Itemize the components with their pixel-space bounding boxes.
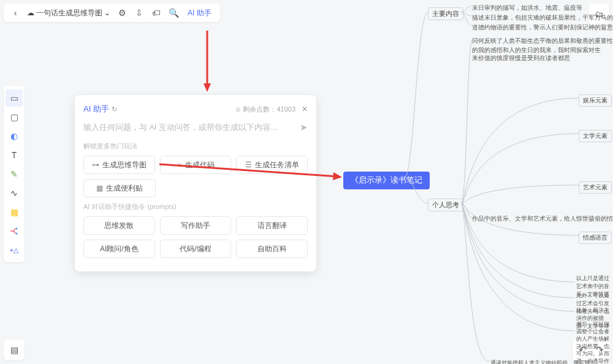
back-button[interactable]: ‹ xyxy=(7,5,23,21)
doc-title[interactable]: ☁ 一句话生成思维导图 ⌄ xyxy=(25,8,113,18)
chip-sticky[interactable]: ▦生成便利贴 xyxy=(83,179,156,197)
leaf-text[interactable]: 问何反映了人类不能生态平衡的后果和敬畏的重要性 xyxy=(472,37,613,45)
topbar: ‹ ☁ 一句话生成思维导图 ⌄ ⚙ ⇩ 🏷 🔍 AI 助手 xyxy=(4,4,220,22)
list-icon: ☰ xyxy=(245,161,252,169)
tool-connector[interactable]: ∿ xyxy=(6,184,23,202)
ai-prompt-input[interactable] xyxy=(83,123,295,132)
cloud-icon: ☁ xyxy=(27,9,34,17)
ai-assistant-panel: AI 助手 ↻ ⊙ 剩余点数：41003 ✕ ➤ 解锁更多热门玩法 ⊶生成思维导… xyxy=(75,95,316,271)
refresh-icon[interactable]: ↻ xyxy=(112,105,117,113)
code-icon: ‹› xyxy=(177,161,182,169)
toolbar-sidebar: ▭ ▢ ◐ T ✎ ∿ ▦ +△ xyxy=(4,86,25,262)
mindmap-icon: ⊶ xyxy=(92,161,99,169)
sub-emotion[interactable]: 情感语言 xyxy=(579,232,612,244)
svg-point-0 xyxy=(16,228,18,230)
doc-title-text: 一句话生成思维导图 xyxy=(36,8,102,18)
layers-button[interactable]: ▤ xyxy=(4,339,25,360)
ai-input-row: ➤ xyxy=(83,122,308,133)
leaf-text[interactable]: 道德约物语的重要性，警示人们要时刻保记神的旨意 xyxy=(472,23,613,32)
leaf-text[interactable]: 描述末日景象，包括灾难的破坏后果性，千军万马的厮杀等 xyxy=(472,13,613,22)
points-remaining: ⊙ 剩余点数：41003 xyxy=(235,105,295,114)
leaf-text[interactable]: 作品中的音乐、文学和艺术元素，给人惊世骇俗的情感震撼 xyxy=(472,214,613,223)
leaf-text[interactable]: 通读对每德和人道主义物始和些，显示对人 xyxy=(490,359,595,364)
chip-translate[interactable]: 语言翻译 xyxy=(236,216,308,235)
leaf-text[interactable]: 的我的感悟和人的生日的我来，我时间探索对生来价值的慎度很慢是受到在读者都思 xyxy=(472,47,601,63)
tool-mindmap[interactable] xyxy=(6,222,23,240)
chip-code[interactable]: ‹›生成代码 xyxy=(160,156,232,174)
tool-select[interactable]: ▭ xyxy=(6,89,23,107)
leaf-text[interactable]: 末日审判的描写，如洪水、地震、瘟疫等 xyxy=(472,4,582,12)
search-icon[interactable]: 🔍 xyxy=(166,5,181,21)
tag-icon[interactable]: 🏷 xyxy=(148,5,164,21)
chip-writing[interactable]: 写作助手 xyxy=(160,216,232,235)
branch-personal-thoughts[interactable]: 个人思考 xyxy=(428,199,463,211)
tool-shape[interactable]: ◐ xyxy=(6,127,23,145)
svg-marker-3 xyxy=(333,172,342,180)
ai-assistant-link[interactable]: AI 助手 xyxy=(183,8,216,18)
tool-sticky[interactable]: ▦ xyxy=(6,203,23,221)
section-hot: 解锁更多热门玩法 xyxy=(83,142,308,151)
chip-wiki[interactable]: 自助百科 xyxy=(236,240,308,258)
branch-main-content[interactable]: 主要内容 xyxy=(428,7,463,20)
chevron-down-icon: ⌄ xyxy=(104,9,110,17)
sticky-icon: ▦ xyxy=(96,184,103,192)
svg-point-1 xyxy=(16,233,18,235)
section-prompts: AI 对话助手快捷指令 (prompts) xyxy=(83,202,308,211)
sub-literature[interactable]: 文学元素 xyxy=(579,130,612,142)
sub-entertainment[interactable]: 娱乐元素 xyxy=(579,94,612,107)
chip-tasklist[interactable]: ☰生成任务清单 xyxy=(236,156,308,174)
settings-icon[interactable]: ⚙ xyxy=(114,5,130,21)
chip-mindmap[interactable]: ⊶生成思维导图 xyxy=(83,156,155,174)
tool-pen[interactable]: ✎ xyxy=(6,165,23,183)
export-icon[interactable]: ⇩ xyxy=(131,5,147,21)
close-icon[interactable]: ✕ xyxy=(302,105,308,113)
chip-coding[interactable]: 代码/编程 xyxy=(160,240,232,258)
chip-diverge[interactable]: 思维发散 xyxy=(83,216,155,235)
tool-more[interactable]: +△ xyxy=(6,241,23,259)
sub-art[interactable]: 艺术元素 xyxy=(579,181,612,194)
send-icon[interactable]: ➤ xyxy=(300,122,308,133)
tool-frame[interactable]: ▢ xyxy=(6,108,23,126)
ai-panel-title: AI 助手 ↻ xyxy=(83,104,117,115)
leaf-text[interactable]: 感后，可以强调整个让食者的人产生场解决沟然要。也可为问。从而进一步透导作音乐、文… xyxy=(576,321,613,364)
tool-text[interactable]: T xyxy=(6,146,23,164)
mindmap-root-node[interactable]: 《启示录》读书笔记 xyxy=(343,172,430,189)
svg-marker-2 xyxy=(204,83,211,92)
chip-role[interactable]: AI顾问/角色 xyxy=(83,240,155,258)
